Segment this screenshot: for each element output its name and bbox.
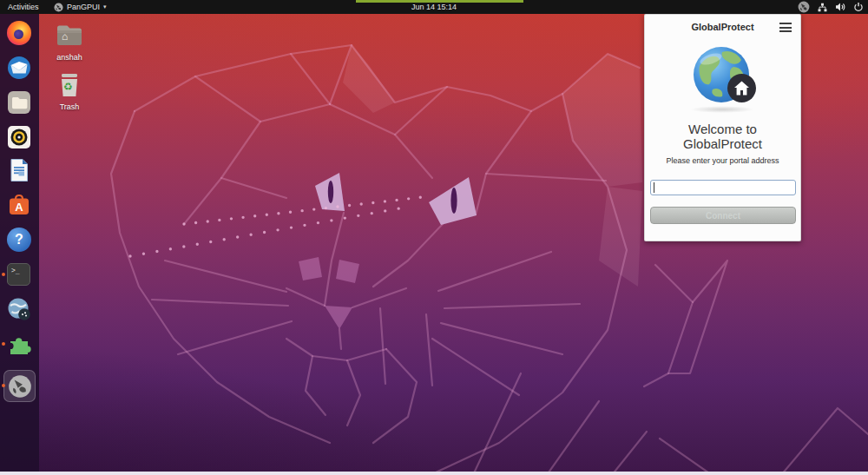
welcome-heading: Welcome to GlobalProtect	[645, 122, 800, 151]
desktop-icon-label: anshah	[50, 53, 89, 62]
dock-item-globalprotect[interactable]	[3, 370, 36, 402]
app-menu-label: PanGPUI	[67, 3, 100, 11]
writer-icon	[7, 158, 31, 182]
globalprotect-tray-icon[interactable]	[798, 1, 810, 13]
ubuntu-desktop: ⌂ anshah ♻ Trash	[0, 0, 868, 475]
software-glyph: A	[15, 201, 23, 214]
panel-title: GlobalProtect	[645, 22, 800, 32]
portal-address-prompt: Please enter your portal address	[645, 156, 800, 165]
firefox-icon	[14, 30, 23, 39]
welcome-line2: GlobalProtect	[645, 136, 800, 151]
home-badge-icon	[727, 74, 756, 102]
portal-address-input[interactable]	[650, 180, 796, 195]
activities-button[interactable]: Activities	[8, 3, 39, 11]
dock-item-rhythmbox[interactable]	[7, 125, 31, 149]
help-glyph: ?	[15, 232, 23, 247]
dock-item-files[interactable]	[7, 90, 31, 115]
network-icon[interactable]	[818, 3, 827, 12]
dock-item-thunderbird[interactable]	[7, 56, 31, 80]
running-indicator-terminal	[2, 273, 5, 276]
chevron-down-icon: ▾	[103, 3, 107, 10]
dock-item-help[interactable]: ?	[7, 228, 31, 252]
running-indicator-extensions	[2, 342, 5, 346]
recycle-glyph: ♻	[63, 81, 73, 93]
screen-edge-strip	[356, 0, 523, 3]
puzzle-icon	[7, 332, 31, 356]
dock-item-firefox[interactable]	[7, 21, 31, 45]
rhythmbox-icon	[7, 125, 31, 149]
terminal-glyph: >_	[11, 267, 20, 274]
hamburger-menu-icon[interactable]	[779, 23, 792, 33]
dock-item-web-browser[interactable]	[7, 297, 31, 321]
system-tray	[798, 0, 864, 14]
dock: A ? >_	[0, 14, 39, 475]
desktop-icon-trash[interactable]: ♻ Trash	[52, 73, 87, 111]
connect-button[interactable]: Connect	[650, 207, 796, 224]
globalprotect-panel: GlobalProtect Welcome t	[644, 14, 801, 241]
dock-item-libreoffice-writer[interactable]	[7, 158, 31, 182]
terminal-icon: >_	[7, 263, 30, 286]
dock-item-ubuntu-software[interactable]: A	[7, 193, 31, 217]
power-icon[interactable]	[853, 2, 864, 12]
desktop-icon-home-folder[interactable]: ⌂ anshah	[50, 23, 89, 62]
globe-shadow	[690, 106, 754, 113]
desktop-icon-label: Trash	[52, 102, 87, 111]
home-folder-icon	[55, 23, 84, 48]
bottom-edge-strip	[0, 472, 868, 475]
globalprotect-icon	[54, 3, 63, 12]
software-icon: A	[7, 193, 31, 217]
dock-item-extensions[interactable]	[7, 332, 31, 356]
running-indicator-globalprotect	[2, 384, 5, 387]
globalprotect-icon	[8, 374, 32, 399]
volume-icon[interactable]	[835, 2, 845, 12]
welcome-line1: Welcome to	[645, 122, 800, 136]
globe-badge-icon	[7, 297, 31, 321]
files-icon	[7, 90, 31, 115]
home-glyph: ⌂	[62, 30, 68, 43]
text-caret	[654, 182, 654, 193]
help-icon: ?	[7, 228, 31, 252]
thunderbird-icon	[7, 56, 31, 80]
dock-item-terminal[interactable]: >_	[7, 262, 31, 287]
app-menu-pangpui[interactable]: PanGPUI ▾	[54, 0, 107, 14]
